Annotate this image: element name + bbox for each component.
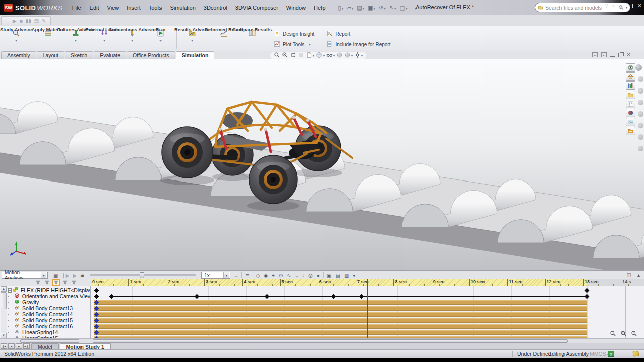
dropdown-icon[interactable]: ▾: [131, 39, 133, 42]
calculate-icon[interactable]: ▦: [52, 273, 59, 278]
damper-icon[interactable]: ≈: [294, 273, 299, 278]
menu-3dcontrol[interactable]: 3Dcontrol: [200, 3, 231, 12]
slider-thumb[interactable]: [140, 272, 144, 278]
expander-icon[interactable]: −: [8, 288, 12, 293]
animation-wizard-icon[interactable]: ◇: [255, 273, 261, 278]
combo-dropdown-icon[interactable]: ▾: [41, 272, 46, 278]
minimize-button[interactable]: [619, 4, 623, 8]
key-point[interactable]: [194, 294, 199, 299]
timeline-zoom-in-icon[interactable]: [620, 330, 627, 336]
timeline-change-bar[interactable]: [94, 300, 587, 305]
tree-vertical-scrollbar[interactable]: ▲ ▼: [1, 286, 7, 338]
status-help-icon[interactable]: ?: [608, 351, 614, 357]
timeline-change-bar[interactable]: [94, 330, 587, 335]
doc-restore-button[interactable]: [618, 53, 623, 57]
select-icon[interactable]: ↖▾: [388, 4, 398, 12]
playback-mode-icon[interactable]: →: [232, 273, 239, 278]
tree-item[interactable]: LinearSpring14: [8, 329, 90, 335]
snapshot-icon[interactable]: ▣: [326, 273, 332, 278]
filter-animated-icon[interactable]: [43, 279, 51, 286]
next-tab-icon[interactable]: ▸: [16, 343, 22, 349]
taskpane-custom-properties[interactable]: [626, 109, 635, 117]
tree-item[interactable]: Solid Body Contact16: [8, 323, 90, 329]
previous-window-button[interactable]: ◂: [592, 52, 598, 57]
combo-dropdown-icon[interactable]: ▾: [223, 272, 229, 278]
timeline-zoom-out-icon[interactable]: [631, 330, 638, 336]
scroll-up-icon[interactable]: ▲: [1, 286, 7, 292]
first-tab-icon[interactable]: ❙◂: [1, 343, 7, 349]
collapse-icon[interactable]: ▴: [636, 272, 641, 278]
restore-button[interactable]: [628, 4, 633, 8]
contact-icon[interactable]: ◎: [307, 273, 314, 278]
open-icon[interactable]: ▱▾: [345, 4, 355, 12]
dropdown-icon[interactable]: ▾: [159, 39, 161, 42]
save-icon[interactable]: ▤▾: [355, 4, 366, 12]
taskpane-view-palette[interactable]: [626, 90, 635, 99]
tree-hscroll-thumb[interactable]: [20, 339, 79, 343]
zoom-fit-icon[interactable]: [274, 51, 280, 60]
menu-insert[interactable]: Insert: [123, 3, 145, 12]
section-view-icon[interactable]: ▾: [306, 51, 314, 60]
motor-icon[interactable]: ⊙: [278, 273, 284, 278]
status-note-icon[interactable]: [632, 350, 639, 357]
tab-office-products[interactable]: Office Products: [127, 51, 175, 59]
key-point[interactable]: [94, 294, 99, 299]
connections-advisor-button[interactable]: Connections Advisor▾: [118, 27, 146, 51]
results-advisor-button[interactable]: Results Advisor▾: [178, 27, 206, 51]
undo-icon[interactable]: ↺▾: [377, 4, 387, 12]
timeline-position-slider[interactable]: [90, 274, 196, 276]
key-point[interactable]: [585, 288, 590, 293]
key-point[interactable]: [585, 294, 590, 299]
timeline-change-bar[interactable]: [94, 318, 587, 323]
help-dropdown-icon[interactable]: ▾: [612, 3, 614, 9]
zoom-to-selection-icon[interactable]: [298, 51, 304, 60]
stop-icon[interactable]: ■: [20, 18, 23, 24]
timebar[interactable]: [367, 286, 368, 338]
tree-item[interactable]: −FLEX (RIDE HEIGHT<Display Sta: [8, 287, 90, 293]
tree-item[interactable]: Orientation and Camera Viev: [8, 293, 90, 299]
include-image-for-report-button[interactable]: Include Image for Report: [326, 41, 390, 48]
filter-selected-icon[interactable]: [61, 279, 69, 286]
tab-model[interactable]: Model: [31, 343, 59, 349]
dropdown-icon[interactable]: ▾: [75, 39, 76, 42]
tab-evaluate[interactable]: Evaluate: [94, 51, 126, 59]
timeline-change-bar[interactable]: [94, 312, 587, 317]
tab-sketch[interactable]: Sketch: [65, 51, 93, 59]
taskpane-solidworks-resources[interactable]: [626, 63, 635, 72]
compare-results-button[interactable]: Compare Results: [238, 27, 266, 51]
timeline-ruler[interactable]: 0 sec1 sec2 sec3 sec4 sec5 sec6 sec7 sec…: [91, 279, 644, 286]
add-key-icon[interactable]: +: [271, 273, 276, 278]
tree-item[interactable]: Solid Body Contact15: [8, 317, 90, 323]
timeline-change-bar[interactable]: [94, 306, 587, 311]
scroll-down-icon[interactable]: ▼: [1, 333, 7, 338]
menu-edit[interactable]: Edit: [86, 3, 103, 12]
plot-tools-button[interactable]: Plot Tools▾: [274, 41, 314, 48]
tab-assembly[interactable]: Assembly: [1, 51, 36, 59]
menu-3dvia-composer[interactable]: 3DVIA Composer: [231, 3, 282, 12]
dropdown-icon[interactable]: ▾: [309, 43, 311, 47]
record-icon[interactable]: ▮▮: [26, 18, 31, 24]
key-point[interactable]: [94, 288, 99, 293]
plots-dropdown-icon[interactable]: ▾: [352, 273, 356, 278]
prev-tab-icon[interactable]: ◂: [8, 343, 15, 349]
hide-show-items-icon[interactable]: ▾: [326, 51, 335, 60]
gravity-icon[interactable]: ●: [316, 273, 321, 278]
status-mmgs[interactable]: MMGS ▾: [590, 351, 609, 357]
doc-close-button[interactable]: ✕: [627, 52, 631, 57]
attach-icon[interactable]: ▢▾: [398, 4, 409, 12]
menu-window[interactable]: Window: [282, 3, 310, 12]
menu-tools[interactable]: Tools: [145, 3, 166, 12]
menu-file[interactable]: File: [68, 3, 86, 12]
close-button[interactable]: ✕: [637, 3, 642, 9]
tab-simulation[interactable]: Simulation: [176, 51, 215, 59]
taskpane-knob[interactable]: [635, 64, 642, 71]
taskpane-file-explorer[interactable]: [626, 81, 635, 90]
view-settings-icon[interactable]: ▾: [354, 51, 363, 60]
scroll-thumb[interactable]: [1, 292, 7, 309]
taskpane-auto-recover-folder[interactable]: [626, 127, 635, 135]
play-icon[interactable]: ▶: [13, 18, 17, 24]
filter-results-icon[interactable]: [70, 279, 78, 286]
results-icon[interactable]: ▤: [334, 273, 341, 278]
stop-icon[interactable]: ■: [79, 273, 85, 278]
edit-doc-icon[interactable]: ✎: [42, 18, 46, 24]
